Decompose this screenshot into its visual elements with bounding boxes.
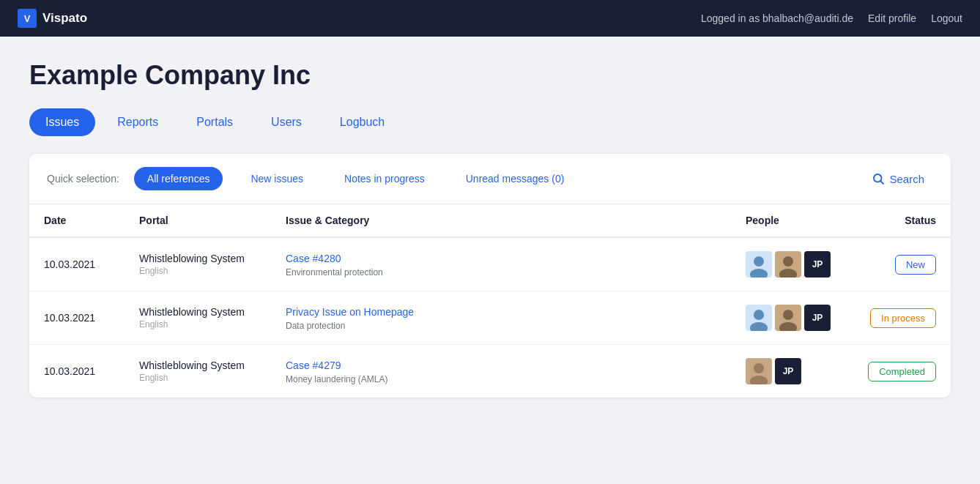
row2-avatar-1 xyxy=(746,305,772,331)
row1-portal: Whistleblowing System English xyxy=(125,237,271,291)
logout-link[interactable]: Logout xyxy=(931,12,962,24)
row3-issue: Case #4279 Money laundering (AMLA) xyxy=(271,345,731,398)
tab-portals[interactable]: Portals xyxy=(180,108,249,136)
row2-portal-name: Whistleblowing System xyxy=(139,306,256,318)
table-row: 10.03.2021 Whistleblowing System English… xyxy=(29,345,951,398)
row1-avatar-2 xyxy=(775,251,801,278)
filter-notes-in-progress[interactable]: Notes in progress xyxy=(331,167,438,190)
row1-avatar-initials: JP xyxy=(804,251,831,278)
svg-point-10 xyxy=(754,363,764,373)
logo-text: Vispato xyxy=(42,11,87,26)
row2-avatars: JP xyxy=(746,305,834,331)
table-container: Quick selection: All references New issu… xyxy=(29,154,951,398)
row1-issue-category: Environmental protection xyxy=(286,267,716,278)
row3-avatar-1 xyxy=(746,358,772,384)
tab-logbuch[interactable]: Logbuch xyxy=(324,108,401,136)
svg-point-11 xyxy=(750,376,768,384)
col-header-portal: Portal xyxy=(125,204,271,237)
row2-issue-category: Data protection xyxy=(286,321,716,331)
row1-portal-lang: English xyxy=(139,266,256,276)
svg-point-5 xyxy=(779,269,797,278)
search-label: Search xyxy=(889,173,924,185)
filter-all-references[interactable]: All references xyxy=(134,167,223,190)
col-header-status: Status xyxy=(848,204,951,237)
top-navigation: V Vispato Logged in as bhalbach@auditi.d… xyxy=(0,0,980,37)
filter-unread-messages[interactable]: Unread messages (0) xyxy=(453,167,578,190)
main-tabs: Issues Reports Portals Users Logbuch xyxy=(29,108,951,136)
row1-status: New xyxy=(848,237,951,291)
row3-issue-category: Money laundering (AMLA) xyxy=(286,374,716,384)
row2-people: JP xyxy=(731,291,848,345)
svg-point-4 xyxy=(783,256,793,267)
logged-in-label: Logged in as bhalbach@auditi.de xyxy=(701,12,853,24)
row3-status: Completed xyxy=(848,345,951,398)
svg-point-7 xyxy=(750,322,768,331)
row3-people: JP xyxy=(731,345,848,398)
logo-icon: V xyxy=(18,9,37,28)
logo: V Vispato xyxy=(18,9,87,28)
row1-issue: Case #4280 Environmental protection xyxy=(271,237,731,291)
row1-issue-link[interactable]: Case #4280 xyxy=(286,253,341,264)
row1-date: 10.03.2021 xyxy=(29,237,125,291)
row3-avatar-initials: JP xyxy=(775,358,801,384)
row2-portal: Whistleblowing System English xyxy=(125,291,271,345)
row2-avatar-2 xyxy=(775,305,801,331)
row3-date: 10.03.2021 xyxy=(29,345,125,398)
tab-users[interactable]: Users xyxy=(255,108,318,136)
quick-selection-bar: Quick selection: All references New issu… xyxy=(29,154,951,204)
col-header-people: People xyxy=(731,204,848,237)
row2-issue-link[interactable]: Privacy Issue on Homepage xyxy=(286,306,414,318)
row1-portal-name: Whistleblowing System xyxy=(139,253,256,264)
issues-table: Date Portal Issue & Category People Stat… xyxy=(29,204,951,398)
company-title: Example Company Inc xyxy=(29,60,951,91)
row1-status-badge: New xyxy=(895,255,936,275)
quick-selection-label: Quick selection: xyxy=(47,173,119,185)
row2-date: 10.03.2021 xyxy=(29,291,125,345)
svg-point-8 xyxy=(783,310,793,320)
row3-avatars: JP xyxy=(746,358,834,384)
row3-portal: Whistleblowing System English xyxy=(125,345,271,398)
page-content: Example Company Inc Issues Reports Porta… xyxy=(0,37,980,412)
row1-avatar-1 xyxy=(746,251,772,278)
row2-status: In process xyxy=(848,291,951,345)
row2-issue: Privacy Issue on Homepage Data protectio… xyxy=(271,291,731,345)
topnav-right: Logged in as bhalbach@auditi.de Edit pro… xyxy=(701,12,962,24)
search-button[interactable]: Search xyxy=(863,168,933,190)
svg-point-6 xyxy=(754,310,764,320)
table-row: 10.03.2021 Whistleblowing System English… xyxy=(29,237,951,291)
table-row: 10.03.2021 Whistleblowing System English… xyxy=(29,291,951,345)
edit-profile-link[interactable]: Edit profile xyxy=(868,12,916,24)
row3-portal-name: Whistleblowing System xyxy=(139,360,256,371)
tab-reports[interactable]: Reports xyxy=(101,108,174,136)
svg-point-2 xyxy=(754,256,764,267)
row1-avatars: JP xyxy=(746,251,834,278)
svg-line-1 xyxy=(881,181,884,184)
svg-point-9 xyxy=(779,322,797,331)
row1-people: JP xyxy=(731,237,848,291)
col-header-date: Date xyxy=(29,204,125,237)
row2-status-badge: In process xyxy=(870,308,936,328)
row3-issue-link[interactable]: Case #4279 xyxy=(286,360,341,371)
filter-new-issues[interactable]: New issues xyxy=(237,167,316,190)
row3-portal-lang: English xyxy=(139,373,256,383)
row3-status-badge: Completed xyxy=(868,362,936,381)
row2-avatar-initials: JP xyxy=(804,305,831,331)
row2-portal-lang: English xyxy=(139,319,256,330)
col-header-issue-category: Issue & Category xyxy=(271,204,731,237)
svg-point-0 xyxy=(874,174,882,182)
svg-point-3 xyxy=(750,269,768,278)
tab-issues[interactable]: Issues xyxy=(29,108,95,136)
search-icon xyxy=(872,172,885,185)
